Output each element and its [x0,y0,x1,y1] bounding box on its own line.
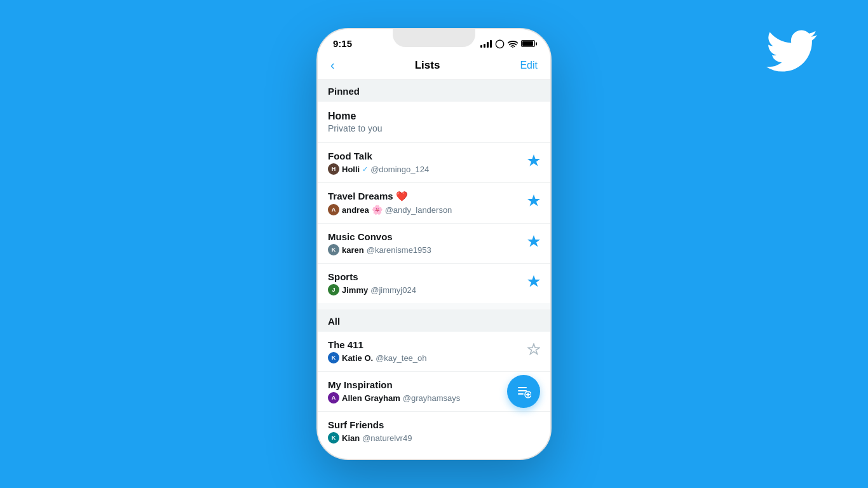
list-meta: K karen @karenisme1953 [328,244,527,255]
list-title: The 411 [328,339,527,350]
edit-button[interactable]: Edit [520,60,538,71]
list-item-content: Sports J Jimmy @jimmyj024 [328,271,527,295]
list-item[interactable]: The 411 K Katie O. @kay_tee_oh [318,332,550,372]
owner-name: Allen Grayham [342,393,400,403]
list-item-content: The 411 K Katie O. @kay_tee_oh [328,339,527,363]
avatar: A [328,204,339,215]
verified-badge: ✓ [362,165,368,173]
owner-handle: @karenisme1953 [367,245,431,255]
pin-icon-filled[interactable] [527,275,540,292]
owner-name: karen [342,245,364,255]
list-item-content: Travel Dreams ❤️ A andrea 🌸 @andy_lander… [328,191,527,215]
wifi-icon: ◯ [495,39,505,48]
signal-icon [480,40,492,48]
phone-notch [393,29,475,47]
twitter-logo [766,25,817,86]
pin-icon-filled[interactable] [527,154,540,172]
list-item[interactable]: Music Convos K karen @karenisme1953 [318,224,550,264]
list-item-content: Surf Friends K Kian @naturelvr49 [328,419,507,444]
list-meta: A andrea 🌸 @andy_landerson [328,204,527,215]
owner-name: andrea [342,205,369,215]
list-title: Food Talk [328,151,527,161]
home-list-subtitle: Private to you [328,123,540,133]
list-item-home[interactable]: Home Private to you [318,102,550,143]
list-meta: K Kian @naturelvr49 [328,432,507,444]
avatar: H [328,163,339,175]
list-title: My Inspiration [328,379,527,390]
avatar: K [328,244,339,255]
all-section-header: All [318,309,550,332]
svg-rect-1 [518,387,527,388]
owner-handle: @kay_tee_oh [376,353,426,363]
avatar: A [328,392,339,403]
owner-name: Kian [342,433,360,443]
owner-emoji: 🌸 [372,205,383,215]
home-list-title: Home [328,111,540,122]
avatar: J [328,284,339,295]
owner-handle: @domingo_124 [370,165,429,174]
list-title: Travel Dreams ❤️ [328,191,527,202]
list-meta: A Allen Grayham @grayhamsays [328,392,527,403]
owner-name: Holli [342,165,360,174]
phone-frame: 9:15 ◯ [316,28,552,460]
status-time: 9:15 [333,38,352,49]
create-list-fab[interactable] [507,375,540,408]
list-meta: K Katie O. @kay_tee_oh [328,352,527,363]
list-title: Sports [328,271,527,282]
list-meta: H Holli ✓ @domingo_124 [328,163,527,175]
page-title: Lists [415,59,440,72]
battery-icon [521,40,535,47]
owner-handle: @grayhamsays [403,393,461,403]
svg-point-0 [512,46,513,47]
owner-handle: @naturelvr49 [362,433,412,443]
list-item-content: My Inspiration A Allen Grayham @grayhams… [328,379,527,403]
list-item-content: Music Convos K karen @karenisme1953 [328,231,527,255]
owner-handle: @andy_landerson [385,205,452,215]
pin-icon-filled[interactable] [527,194,540,212]
owner-name: Jimmy [342,285,368,295]
wifi-icon [508,40,518,48]
list-item[interactable]: Food Talk H Holli ✓ @domingo_124 [318,143,550,183]
list-item[interactable]: Sports J Jimmy @jimmyj024 [318,264,550,303]
list-meta: J Jimmy @jimmyj024 [328,284,527,295]
navigation-bar: ‹ Lists Edit [318,53,550,79]
pinned-section-header: Pinned [318,79,550,102]
list-title: Surf Friends [328,419,507,430]
list-title: Music Convos [328,231,527,242]
svg-rect-3 [518,393,524,395]
avatar: K [328,352,339,363]
pin-icon-filled[interactable] [527,235,540,252]
list-item[interactable]: Surf Friends K Kian @naturelvr49 [318,412,550,448]
avatar: K [328,432,339,444]
status-icons: ◯ [480,39,535,48]
pin-icon-empty[interactable] [527,343,540,360]
svg-rect-2 [518,390,527,391]
owner-name: Katie O. [342,353,373,363]
back-button[interactable]: ‹ [330,58,335,72]
owner-handle: @jimmyj024 [370,285,416,295]
list-item[interactable]: Travel Dreams ❤️ A andrea 🌸 @andy_lander… [318,183,550,224]
list-item-content: Food Talk H Holli ✓ @domingo_124 [328,151,527,175]
